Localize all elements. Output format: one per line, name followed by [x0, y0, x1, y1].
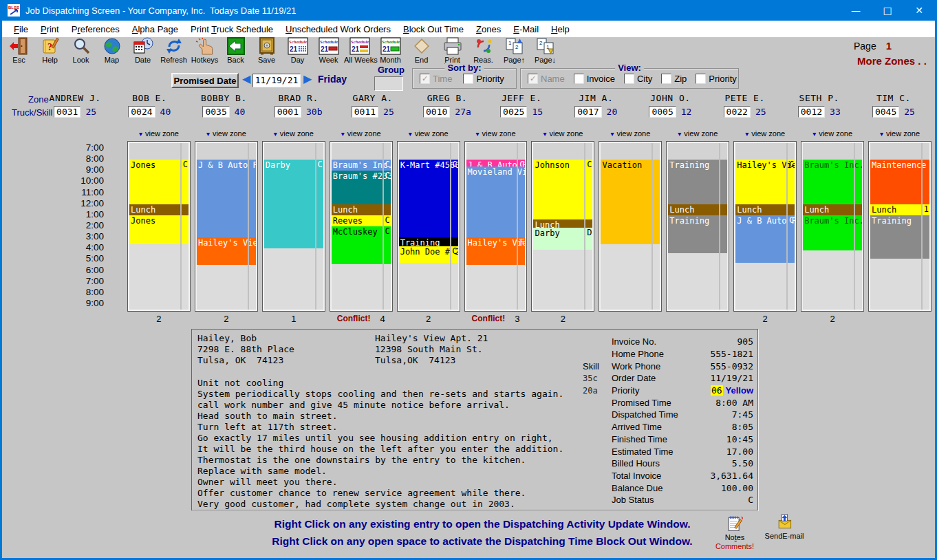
chevron-down-icon: ▾ [880, 130, 883, 138]
time-axis: 7:008:009:0010:0011:0012:001:002:003:004… [2, 142, 104, 311]
help-book-icon: ? [34, 37, 65, 56]
truck-number-field[interactable]: 0024 [128, 106, 155, 118]
menu-item-block-out-time[interactable]: Block Out Time [397, 24, 470, 34]
schedule-column-bobby-b[interactable]: DarbyC [263, 142, 325, 311]
view-invoice-checkbox[interactable]: Invoice [574, 74, 615, 84]
menu-item-print-truck-schedule[interactable]: Print Truck Schedule [184, 24, 279, 34]
view-zone-dropdown[interactable]: ▾view zone [330, 129, 392, 141]
schedule-column-jeff-e[interactable]: JohnsonCLunchDarbyD [532, 142, 594, 311]
technician-tim-c: TIM C.004525 [857, 93, 931, 123]
menu-item-help[interactable]: Help [545, 24, 576, 34]
view-zone-dropdown[interactable]: ▾view zone [398, 129, 460, 141]
view-city-checkbox[interactable]: City [624, 74, 652, 84]
hint-line-1: Right Click on any existing entry to ope… [195, 518, 770, 530]
truck-number-field[interactable]: 0022 [724, 106, 751, 118]
schedule-column-brad-r[interactable]: Braum's Inc.CBraum's #233CLunchReevesCMc… [330, 142, 392, 311]
toolbar-back-button[interactable]: Back [220, 37, 251, 64]
toolbar-page-button[interactable]: 12Page↑ [499, 37, 530, 64]
job-detail-panel: Hailey, Bob7298 E. 88th PlaceTulsa, OK 7… [191, 329, 758, 510]
view-zone-dropdown[interactable]: ▾view zone [195, 129, 257, 141]
more-zones-link[interactable]: More Zones . . [857, 55, 927, 67]
toolbar-date-button[interactable]: Date [127, 37, 158, 64]
block-label: Lunch [669, 205, 694, 215]
menu-item-e-mail[interactable]: E-Mail [507, 24, 545, 34]
schedule-column-john-o[interactable]: TrainingLunchTraining [667, 142, 729, 311]
view-zone-dropdown[interactable]: ▾view zone [532, 129, 594, 141]
toolbar-reas-button[interactable]: Reas. [468, 37, 499, 64]
view-name-checkbox[interactable]: ✓Name [528, 74, 565, 84]
schedule-column-andrew-j[interactable]: JonesCLunchJones [128, 142, 190, 311]
block-label: Maintenence [872, 160, 926, 170]
promised-date-button[interactable]: Promised Date [171, 73, 239, 88]
toolbar-esc-button[interactable]: Esc [3, 37, 34, 64]
toolbar-label: Look [65, 56, 96, 64]
toolbar-week-button[interactable]: Schedule21Week [313, 37, 344, 64]
truck-number-field[interactable]: 0031 [54, 106, 80, 118]
truck-number-field[interactable]: 0035 [202, 106, 229, 118]
truck-number-field[interactable]: 0012 [798, 106, 825, 118]
schedule-column-greg-b[interactable]: J & B Auto PaCMovieland VidHailey's View… [465, 142, 527, 311]
skill-value: 27a [455, 107, 471, 117]
next-day-arrow-icon[interactable]: ▶ [303, 72, 312, 85]
view-zip-checkbox[interactable]: Zip [661, 74, 687, 84]
truck-number-field[interactable]: 0010 [423, 106, 450, 118]
view-priority-checkbox[interactable]: Priority [696, 74, 736, 84]
view-zone-dropdown[interactable]: ▾view zone [465, 129, 527, 141]
schedule-column-bob-e[interactable]: J & B Auto PaHailey's View [195, 142, 257, 311]
schedule-column-gary-a[interactable]: K-Mart #45667CTrainingJohn Doe # 21C [398, 142, 460, 311]
view-zone-dropdown[interactable]: ▾view zone [599, 129, 661, 141]
menu-item-unscheduled-work-orders[interactable]: Unscheduled Work Orders [279, 24, 397, 34]
group-input[interactable] [374, 76, 403, 91]
toolbar-map-button[interactable]: Map [96, 37, 127, 64]
field-value: 8:00 AM [691, 398, 753, 408]
toolbar-help-button[interactable]: ?Help [34, 37, 65, 64]
minimize-button[interactable]: — [840, 0, 872, 21]
schedule-column-jim-a[interactable]: Vacation [599, 142, 661, 311]
menu-item-zones[interactable]: Zones [470, 24, 507, 34]
toolbar-day-button[interactable]: Schedule21Day [282, 37, 313, 64]
job-description: Unit not coolingSystem periodically stop… [197, 378, 563, 510]
sort-by-priority-checkbox[interactable]: Priority [463, 74, 504, 84]
chevron-down-icon: ▾ [678, 130, 681, 138]
view-zone-dropdown[interactable]: ▾view zone [128, 129, 190, 141]
menu-item-alpha-page[interactable]: Alpha Page [126, 24, 184, 34]
truck-number-field[interactable]: 0005 [649, 106, 676, 118]
toolbar-end-button[interactable]: End [406, 37, 437, 64]
truck-number-field[interactable]: 0025 [500, 106, 527, 118]
view-zone-dropdown[interactable]: ▾view zone [734, 129, 796, 141]
technician-john-o: JOHN O.000512 [633, 93, 707, 123]
menu-item-file[interactable]: File [8, 24, 34, 34]
schedule-column-seth-p[interactable]: Braum's Inc.LunchBraum's Inc. [801, 142, 863, 311]
toolbar-page-button[interactable]: 21Page↓ [530, 37, 561, 64]
view-zone-dropdown[interactable]: ▾view zone [869, 129, 931, 141]
schedule-column-tim-c[interactable]: MaintenenceLunch1Training [869, 142, 931, 311]
promised-date-field[interactable]: 11/19/21 [252, 74, 301, 87]
toolbar-refresh-button[interactable]: Refresh [158, 37, 189, 64]
view-zone-dropdown[interactable]: ▾view zone [801, 129, 863, 141]
block-label: Johnson [535, 160, 570, 170]
send-email-button[interactable]: SendE-mail [760, 513, 808, 540]
toolbar-look-button[interactable]: Look [65, 37, 96, 64]
truck-number-field[interactable]: 0001 [274, 106, 301, 118]
schedule-column-pete-e[interactable]: Hailey's ViewCLunchJ & B Auto PaC [734, 142, 796, 311]
menu-item-print[interactable]: Print [34, 24, 65, 34]
prev-day-arrow-icon[interactable]: ◀ [242, 72, 250, 85]
toolbar-print-button[interactable]: Print [437, 37, 468, 64]
column-job-count: 1 [263, 312, 325, 325]
view-zone-dropdown[interactable]: ▾view zone [263, 129, 325, 141]
truck-number-field[interactable]: 0045 [872, 106, 899, 118]
toolbar-all-weeks-button[interactable]: Schedule21All Weeks [344, 37, 375, 64]
technician-jeff-e: JEFF E.002515 [484, 93, 559, 123]
maximize-button[interactable]: □ [872, 0, 903, 21]
close-button[interactable]: ✕ [903, 0, 935, 21]
truck-number-field[interactable]: 0011 [352, 106, 378, 118]
truck-number-field[interactable]: 0017 [574, 106, 601, 118]
view-zone-dropdown[interactable]: ▾view zone [667, 129, 729, 141]
toolbar-month-button[interactable]: Schedule21Month [375, 37, 406, 64]
toolbar-hotkeys-button[interactable]: Hotkeys [189, 37, 220, 64]
notes-button[interactable]: Notes Comments! [713, 514, 756, 550]
toolbar-save-button[interactable]: Save [251, 37, 282, 64]
sort-by-time-checkbox[interactable]: ✓Time [420, 74, 452, 84]
menu-item-preferences[interactable]: Preferences [65, 24, 126, 34]
skill-value: 33 [830, 107, 841, 117]
